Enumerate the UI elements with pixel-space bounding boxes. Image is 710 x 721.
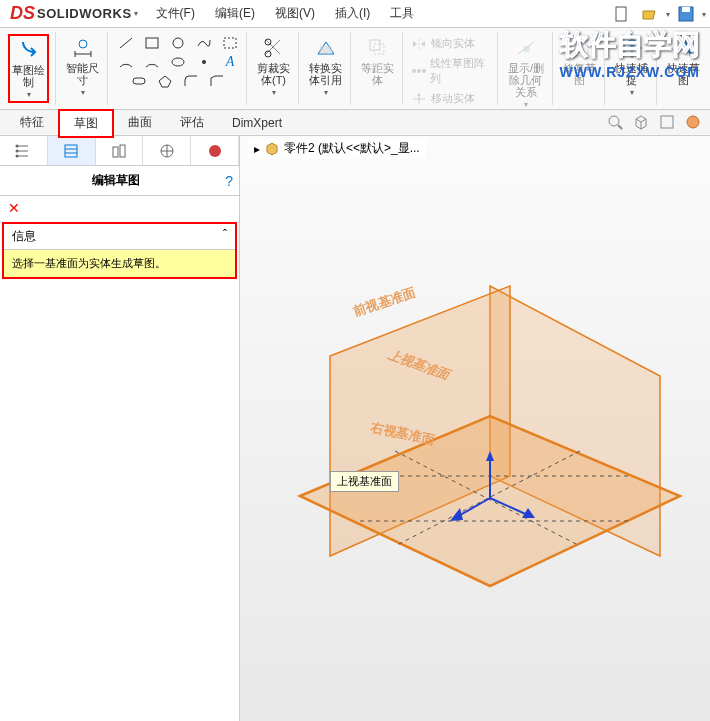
tab-surface[interactable]: 曲面 (114, 110, 166, 135)
rect-tool[interactable] (142, 34, 162, 52)
close-icon[interactable]: ✕ (0, 196, 239, 220)
sketch-button[interactable]: 草图绘 制 ▾ (8, 34, 49, 103)
svg-point-17 (412, 69, 416, 73)
arc-tool[interactable] (116, 53, 136, 71)
tab-sketch[interactable]: 草图 (58, 109, 114, 138)
menubar: DS SOLIDWORKS ▾ 文件(F) 编辑(E) 视图(V) 插入(I) … (0, 0, 710, 28)
property-tab[interactable] (48, 136, 96, 165)
rapid-sketch-button[interactable]: 快速草 图 (665, 34, 702, 88)
svg-rect-10 (133, 78, 145, 84)
panel-title: 编辑草图 (92, 172, 140, 189)
appearance-icon[interactable] (684, 113, 704, 133)
svg-rect-2 (682, 7, 690, 12)
smart-dimension-button[interactable]: 智能尺 寸 ▾ (64, 34, 101, 99)
svg-point-32 (16, 149, 19, 152)
info-text: 选择一基准面为实体生成草图。 (4, 250, 235, 277)
svg-point-19 (422, 69, 426, 73)
svg-point-9 (202, 60, 206, 64)
open-button[interactable] (638, 4, 662, 24)
text-tool[interactable]: A (220, 53, 240, 71)
info-panel: 信息 ˆ 选择一基准面为实体生成草图。 (2, 222, 237, 279)
breadcrumb[interactable]: ▸ 零件2 (默认<<默认>_显... (248, 138, 426, 159)
tab-dimxpert[interactable]: DimXpert (218, 112, 296, 134)
zoom-fit-icon[interactable] (606, 113, 626, 133)
planes-3d[interactable]: 前视基准面 上视基准面 右视基准面 (260, 276, 700, 656)
slot-tool[interactable] (129, 72, 149, 90)
svg-point-30 (687, 116, 699, 128)
svg-rect-38 (120, 145, 125, 157)
content-area: 编辑草图 ? ✕ 信息 ˆ 选择一基准面为实体生成草图。 ▸ 零件2 (默认<<… (0, 136, 710, 721)
menu-insert[interactable]: 插入(I) (327, 3, 378, 24)
trim-button[interactable]: 剪裁实 体(T) ▾ (255, 34, 292, 99)
graphics-area[interactable]: ▸ 零件2 (默认<<默认>_显... 前视基准面 上视基准面 (240, 136, 710, 721)
ribbon: 草图绘 制 ▾ 智能尺 寸 ▾ A (0, 28, 710, 110)
svg-rect-15 (370, 40, 380, 50)
repair-button[interactable]: 修复草 图 (561, 34, 598, 88)
dimxpert-tab[interactable] (143, 136, 191, 165)
menu-view[interactable]: 视图(V) (267, 3, 323, 24)
tab-evaluate[interactable]: 评估 (166, 110, 218, 135)
svg-rect-34 (65, 145, 77, 157)
config-tab[interactable] (96, 136, 144, 165)
snap-button[interactable]: 快速捕 捉 ▾ (613, 34, 650, 99)
help-icon[interactable]: ? (225, 173, 233, 189)
arc2-tool[interactable] (142, 53, 162, 71)
svg-line-28 (618, 125, 622, 129)
svg-point-8 (172, 58, 184, 66)
svg-rect-5 (146, 38, 158, 48)
spline-tool[interactable] (194, 34, 214, 52)
svg-marker-11 (159, 76, 171, 87)
svg-point-27 (609, 116, 619, 126)
offset-button[interactable]: 等距实 体 (359, 34, 396, 88)
svg-rect-29 (661, 116, 673, 128)
expand-icon[interactable]: ▸ (254, 142, 260, 156)
convert-button[interactable]: 转换实 体引用 ▾ (307, 34, 344, 99)
menu-tools[interactable]: 工具 (382, 3, 422, 24)
line-tool[interactable] (116, 34, 136, 52)
chamfer-tool[interactable] (207, 72, 227, 90)
select-rect-tool[interactable] (220, 34, 240, 52)
property-manager: 编辑草图 ? ✕ 信息 ˆ 选择一基准面为实体生成草图。 (0, 136, 240, 721)
ellipse-tool[interactable] (168, 53, 188, 71)
view-cube-icon[interactable] (632, 113, 652, 133)
tab-feature[interactable]: 特征 (6, 110, 58, 135)
svg-point-42 (209, 145, 221, 157)
svg-point-18 (417, 69, 421, 73)
feature-tree-tab[interactable] (0, 136, 48, 165)
info-header-label: 信息 (12, 228, 36, 245)
svg-line-4 (120, 38, 132, 48)
menu-file[interactable]: 文件(F) (148, 3, 203, 24)
collapse-icon[interactable]: ˆ (223, 228, 227, 245)
svg-point-33 (16, 154, 19, 157)
front-plane-label: 前视基准面 (350, 285, 417, 320)
svg-rect-0 (616, 7, 626, 21)
svg-point-3 (79, 40, 87, 48)
plane-tooltip: 上视基准面 (330, 471, 399, 492)
fillet-tool[interactable] (181, 72, 201, 90)
display-style-icon[interactable] (658, 113, 678, 133)
svg-rect-14 (320, 46, 332, 54)
move-button[interactable]: 移动实体 (411, 89, 475, 108)
command-tabs: 特征 草图 曲面 评估 DimXpert (0, 110, 710, 136)
point-tool[interactable] (194, 53, 214, 71)
svg-rect-7 (224, 38, 236, 48)
svg-rect-37 (113, 147, 118, 157)
svg-point-6 (173, 38, 183, 48)
app-logo: DS SOLIDWORKS ▾ (4, 3, 144, 24)
svg-rect-21 (524, 46, 530, 52)
part-icon (264, 141, 280, 157)
save-button[interactable] (674, 4, 698, 24)
appearance-tab[interactable] (191, 136, 239, 165)
circle-tool[interactable] (168, 34, 188, 52)
mirror-button[interactable]: 镜向实体 (411, 34, 475, 53)
svg-rect-16 (374, 44, 384, 54)
linear-pattern-button[interactable]: 线性草图阵列 (411, 54, 491, 88)
polygon-tool[interactable] (155, 72, 175, 90)
relations-button[interactable]: 显示/删 除几何 关系 ▾ (506, 34, 546, 111)
menu-edit[interactable]: 编辑(E) (207, 3, 263, 24)
svg-point-31 (16, 144, 19, 147)
quick-access-toolbar: ▾ ▾ (610, 4, 706, 24)
new-button[interactable] (610, 4, 634, 24)
